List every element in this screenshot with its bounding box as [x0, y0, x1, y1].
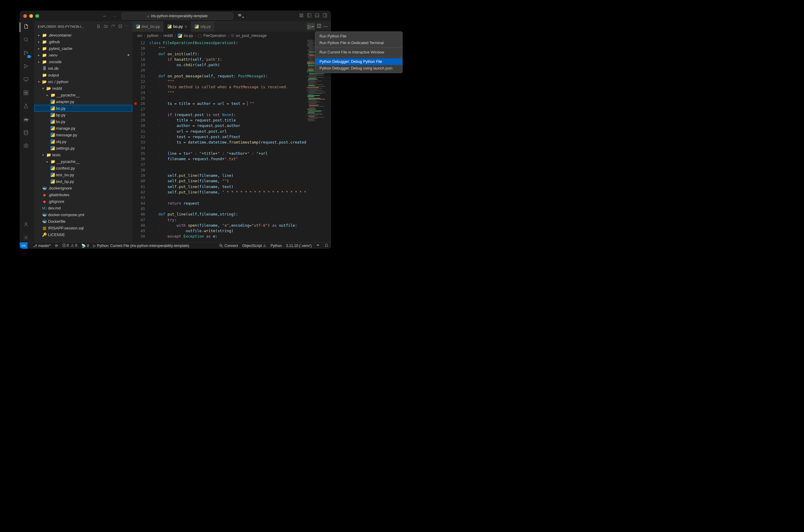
tree-item-bo-py[interactable]: bo.py — [34, 105, 132, 112]
code-editor[interactable]: 1216171819202122232425262728293031323334… — [132, 40, 331, 242]
toggle-panel-icon[interactable] — [307, 13, 312, 19]
close-window-button[interactable] — [23, 14, 27, 18]
menu-run-interactive-window[interactable]: Run Current File in Interactive Window — [315, 49, 402, 56]
breadcrumb-item[interactable]: FileOperation — [204, 34, 226, 38]
language-mode[interactable]: Python — [270, 244, 282, 248]
breadcrumb-item[interactable]: python — [147, 34, 159, 38]
tree-item--gitattributes[interactable]: ◆.gitattributes — [34, 191, 132, 198]
tree-item-Dockerfile[interactable]: 🐳Dockerfile — [34, 218, 132, 225]
copilot-status-icon[interactable] — [316, 243, 320, 248]
breadcrumb-item[interactable]: reddit — [164, 34, 173, 38]
more-icon[interactable]: ⋯ — [126, 24, 129, 29]
nav-forward-button[interactable]: → — [112, 13, 117, 18]
maximize-window-button[interactable] — [35, 14, 39, 18]
tree-item-test_bo-py[interactable]: test_bo.py — [34, 171, 132, 178]
menu-run-python-file[interactable]: Run Python File — [315, 33, 402, 40]
search-icon[interactable] — [23, 37, 31, 44]
tab-bo-py[interactable]: bo.py× — [164, 21, 191, 32]
database-icon[interactable] — [23, 130, 31, 137]
breadcrumb-item[interactable]: bo.py — [184, 34, 193, 38]
python-icon — [136, 24, 140, 28]
tree-item-docker-compose-yml[interactable]: 🐳docker-compose.yml — [34, 211, 132, 218]
tree-item-__pycache__[interactable]: ▸📁__pycache__ — [34, 92, 132, 98]
breadcrumb-item[interactable]: on_post_message — [236, 34, 267, 38]
connect-button[interactable]: 🔌 Connect — [219, 244, 238, 248]
python-interpreter[interactable]: 3.11.10 ('.venv') — [286, 244, 312, 248]
run-python-button[interactable]: ▷▾ — [307, 23, 315, 30]
testing-icon[interactable] — [23, 103, 31, 111]
svg-rect-6 — [307, 14, 311, 17]
tree-item-tests[interactable]: ▾📁tests — [34, 151, 132, 158]
menu-debug-launch-json[interactable]: Python Debugger: Debug using launch.json — [315, 65, 402, 72]
svg-rect-4 — [300, 16, 301, 17]
tree-item-dev-md[interactable]: M↓dev.md — [34, 205, 132, 211]
menu-run-dedicated-terminal[interactable]: Run Python File in Dedicated Terminal — [315, 40, 402, 46]
tree-item--venv[interactable]: ▸📁.venv — [34, 52, 132, 58]
tree-item-manage-py[interactable]: manage.py — [34, 125, 132, 132]
tree-item-conftest-py[interactable]: conftest.py — [34, 165, 132, 171]
svg-point-28 — [25, 223, 27, 224]
toggle-secondary-icon[interactable] — [323, 13, 327, 19]
tree-item-output[interactable]: 📁output — [34, 72, 132, 78]
more-actions-icon[interactable]: ⋯ — [323, 23, 328, 29]
notifications-icon[interactable] — [324, 243, 328, 248]
tree-item-reddit[interactable]: ▾📂reddit — [34, 85, 132, 92]
code-content[interactable]: class FileOperation(BusinessOperation): … — [149, 40, 307, 242]
tree-item-IRISAPP-session-sql[interactable]: ▥IRISAPP.session.sql — [34, 225, 132, 231]
menu-debug-python-file[interactable]: Python Debugger: Debug Python File — [315, 58, 402, 65]
new-folder-icon[interactable] — [104, 24, 108, 29]
menu-separator — [315, 57, 402, 57]
sync-button[interactable]: ⟳ — [55, 244, 58, 248]
tree-item--vscode[interactable]: ▸📁.vscode — [34, 58, 132, 65]
extensions-icon[interactable] — [23, 90, 31, 97]
breadcrumb-item[interactable]: src — [137, 34, 142, 38]
new-file-icon[interactable] — [96, 24, 101, 29]
explorer-icon[interactable] — [23, 23, 31, 31]
tree-item-__pycache__[interactable]: ▸📁__pycache__ — [34, 158, 132, 165]
source-control-icon[interactable]: 1 — [23, 50, 31, 57]
remote-explorer-icon[interactable] — [23, 77, 31, 84]
chevron-icon — [45, 173, 49, 176]
tree-item-test_bp-py[interactable]: test_bp.py — [34, 178, 132, 185]
tree-item-bp-py[interactable]: bp.py — [34, 112, 132, 118]
problems-button[interactable]: ⓧ 0 ⚠ 0 — [62, 243, 77, 248]
tree-item-init-db[interactable]: 🗄init.db — [34, 65, 132, 72]
tree-item-message-py[interactable]: message.py — [34, 132, 132, 138]
git-branch[interactable]: ⎇ master* — [33, 244, 51, 248]
tree-item-bs-py[interactable]: bs.py — [34, 118, 132, 125]
close-tab-icon[interactable]: × — [185, 24, 187, 29]
tab-obj-py[interactable]: obj.py — [191, 21, 215, 32]
settings-icon[interactable] — [23, 235, 31, 242]
split-editor-icon[interactable] — [317, 23, 321, 29]
breadcrumbs[interactable]: src› python› reddit› bo.py› ⬚FileOperati… — [132, 32, 331, 40]
command-center[interactable]: ⌕ iris-python-interoperability-template — [121, 13, 233, 20]
remote-indicator[interactable]: >< — [20, 243, 27, 249]
objectscript-status[interactable]: ObjectScript ⚠ — [242, 244, 266, 248]
gutter[interactable]: 1216171819202122232425262728293031323334… — [132, 40, 149, 242]
ports-button[interactable]: 📡 0 — [81, 244, 89, 248]
run-debug-icon[interactable] — [23, 63, 31, 71]
collapse-icon[interactable] — [118, 24, 122, 29]
tree-item-LICENSE[interactable]: 🔑LICENSE — [34, 231, 132, 238]
toggle-sidebar-icon[interactable] — [315, 13, 320, 19]
debug-config[interactable]: ▷ Python: Current File (iris-python-inte… — [93, 244, 189, 248]
refresh-icon[interactable] — [111, 24, 115, 29]
accounts-icon[interactable] — [23, 222, 31, 229]
tree-item--github[interactable]: ▸📁.github — [34, 38, 132, 45]
nav-back-button[interactable]: ← — [102, 13, 107, 18]
minimize-window-button[interactable] — [29, 14, 33, 18]
docker-icon[interactable] — [23, 117, 31, 124]
chevron-icon: ▸ — [37, 40, 41, 43]
tree-item-src---python[interactable]: ▾📂src / python — [34, 78, 132, 85]
tab-test_bo-py[interactable]: test_bo.py — [132, 21, 164, 32]
copilot-button[interactable]: ▾ — [237, 13, 244, 19]
tree-item--devcontainer[interactable]: ▸📁.devcontainer — [34, 32, 132, 38]
tree-item--pytest_cache[interactable]: ▸📁.pytest_cache — [34, 45, 132, 52]
kubernetes-icon[interactable] — [23, 143, 31, 151]
tree-item--dockerignore[interactable]: 🐳.dockerignore — [34, 185, 132, 191]
tree-item-obj-py[interactable]: obj.py — [34, 138, 132, 145]
tree-item--gitignore[interactable]: ◆.gitignore — [34, 198, 132, 205]
tree-item-adapter-py[interactable]: adapter.py — [34, 98, 132, 105]
customize-layout-icon[interactable] — [299, 13, 304, 19]
tree-item-settings-py[interactable]: settings.py — [34, 145, 132, 151]
